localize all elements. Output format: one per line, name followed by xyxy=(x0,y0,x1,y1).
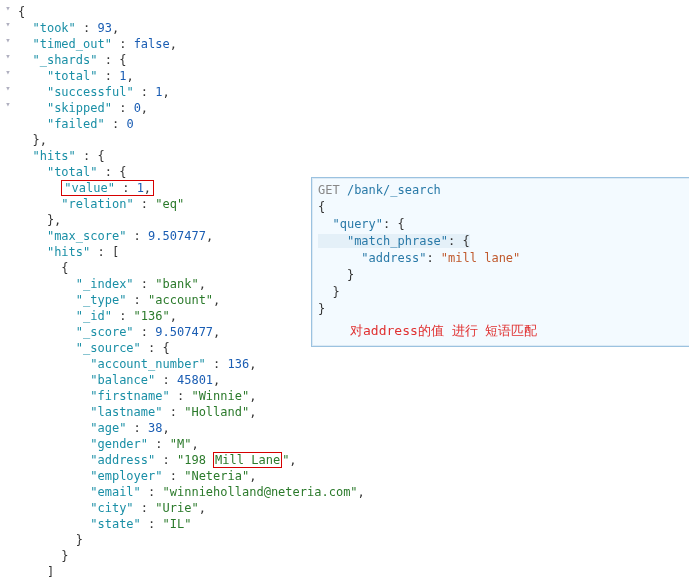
key-shards-failed: "failed" xyxy=(47,117,105,131)
key-hits-array: "hits" xyxy=(47,245,90,259)
val-type: "account" xyxy=(148,293,213,307)
request-url: /bank/_search xyxy=(347,183,441,197)
val-index: "bank" xyxy=(155,277,198,291)
highlight-value: "value" : 1, xyxy=(61,180,154,196)
key-relation: "relation" xyxy=(61,197,133,211)
val-city: "Urie" xyxy=(155,501,198,515)
val-address-b: Mill Lane xyxy=(215,453,280,467)
key-shards-skipped: "skipped" xyxy=(47,101,112,115)
key-max-score: "max_score" xyxy=(47,229,126,243)
q-val-address: "mill lane" xyxy=(441,251,520,265)
key-balance: "balance" xyxy=(90,373,155,387)
val-took: 93 xyxy=(98,21,112,35)
key-email: "email" xyxy=(90,485,141,499)
val-shards-skipped: 0 xyxy=(134,101,141,115)
q-key-query: "query" xyxy=(332,217,383,231)
fold-gutter: ▾▾▾▾▾▾▾ xyxy=(0,0,16,112)
val-relation: "eq" xyxy=(155,197,184,211)
key-hits-total: "total" xyxy=(47,165,98,179)
http-method: GET xyxy=(318,183,340,197)
highlight-mill-lane: Mill Lane xyxy=(213,452,282,468)
val-email: "winnieholland@neteria.com" xyxy=(163,485,358,499)
val-state: "IL" xyxy=(163,517,192,531)
val-shards-successful: 1 xyxy=(155,85,162,99)
val-score: 9.507477 xyxy=(155,325,213,339)
key-id: "_id" xyxy=(76,309,112,323)
key-index: "_index" xyxy=(76,277,134,291)
query-panel: GET /bank/_search { "query": { "match_ph… xyxy=(311,177,689,347)
key-employer: "employer" xyxy=(90,469,162,483)
key-source: "_source" xyxy=(76,341,141,355)
key-shards-successful: "successful" xyxy=(47,85,134,99)
val-id: "136" xyxy=(134,309,170,323)
key-firstname: "firstname" xyxy=(90,389,169,403)
key-lastname: "lastname" xyxy=(90,405,162,419)
key-shards-total: "total" xyxy=(47,69,98,83)
val-account-number: 136 xyxy=(228,357,250,371)
q-key-address: "address" xyxy=(361,251,426,265)
key-shards: "_shards" xyxy=(32,53,97,67)
val-address-c: " xyxy=(282,453,289,467)
val-balance: 45801 xyxy=(177,373,213,387)
query-code: GET /bank/_search { "query": { "match_ph… xyxy=(318,182,687,318)
val-age: 38 xyxy=(148,421,162,435)
val-max-score: 9.507477 xyxy=(148,229,206,243)
val-shards-failed: 0 xyxy=(126,117,133,131)
key-timed-out: "timed_out" xyxy=(32,37,111,51)
val-value: 1 xyxy=(137,181,144,195)
val-lastname: "Holland" xyxy=(184,405,249,419)
key-city: "city" xyxy=(90,501,133,515)
annotation-note: 对address的值 进行 短语匹配 xyxy=(318,322,687,340)
val-employer: "Neteria" xyxy=(184,469,249,483)
brace: { xyxy=(18,5,25,19)
key-account-number: "account_number" xyxy=(90,357,206,371)
key-age: "age" xyxy=(90,421,126,435)
key-score: "_score" xyxy=(76,325,134,339)
key-gender: "gender" xyxy=(90,437,148,451)
key-hits: "hits" xyxy=(32,149,75,163)
val-firstname: "Winnie" xyxy=(191,389,249,403)
key-state: "state" xyxy=(90,517,141,531)
val-shards-total: 1 xyxy=(119,69,126,83)
key-type: "_type" xyxy=(76,293,127,307)
val-address-a: "198 xyxy=(177,453,213,467)
val-timed-out: false xyxy=(134,37,170,51)
key-value: "value" xyxy=(64,181,115,195)
key-address: "address" xyxy=(90,453,155,467)
val-gender: "M" xyxy=(170,437,192,451)
key-took: "took" xyxy=(32,21,75,35)
q-key-match-phrase: "match_phrase" xyxy=(347,234,448,248)
